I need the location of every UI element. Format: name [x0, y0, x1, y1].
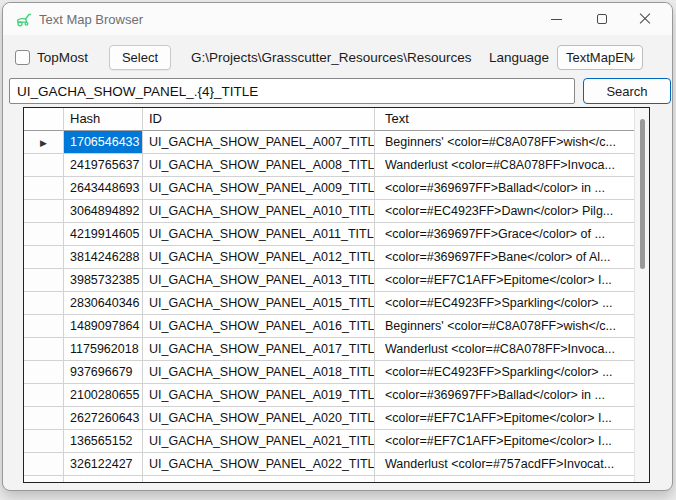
row-header-cell[interactable] [24, 292, 64, 315]
row-header-cell[interactable] [24, 476, 64, 483]
hash-cell[interactable]: 937696679 [64, 361, 143, 384]
row-header-cell[interactable] [24, 177, 64, 200]
id-cell[interactable]: UI_GACHA_SHOW_PANEL_A008_TITLE [143, 154, 375, 177]
vertical-scrollbar[interactable] [634, 108, 649, 482]
text-cell[interactable] [375, 476, 634, 483]
column-header-hash[interactable]: Hash [64, 108, 143, 131]
id-cell[interactable] [143, 476, 375, 483]
text-cell[interactable]: Wanderlust <color=#C8A078FF>Invoca... [375, 154, 634, 177]
id-cell[interactable]: UI_GACHA_SHOW_PANEL_A017_TITLE [143, 338, 375, 361]
hash-cell[interactable]: 1706546433 [64, 131, 143, 154]
row-header-cell[interactable] [24, 200, 64, 223]
row-header-cell[interactable] [24, 407, 64, 430]
text-cell[interactable]: <color=#369697FF>Ballad</color> in ... [375, 177, 634, 200]
close-button[interactable] [622, 4, 667, 34]
hash-cell[interactable]: 1489097864 [64, 315, 143, 338]
table-row[interactable]: 1489097864UI_GACHA_SHOW_PANEL_A016_TITLE… [24, 315, 634, 338]
table-row[interactable]: 2419765637UI_GACHA_SHOW_PANEL_A008_TITLE… [24, 154, 634, 177]
id-cell[interactable]: UI_GACHA_SHOW_PANEL_A007_TITLE [143, 131, 375, 154]
table-row[interactable]: ▶1706546433UI_GACHA_SHOW_PANEL_A007_TITL… [24, 131, 634, 154]
hash-cell[interactable]: 1175962018 [64, 338, 143, 361]
hash-cell[interactable]: 3814246288 [64, 246, 143, 269]
text-cell[interactable]: <color=#369697FF>Ballad</color> in ... [375, 384, 634, 407]
id-cell[interactable]: UI_GACHA_SHOW_PANEL_A020_TITLE [143, 407, 375, 430]
hash-cell[interactable]: 2419765637 [64, 154, 143, 177]
text-cell[interactable]: <color=#369697FF>Grace</color> of ... [375, 223, 634, 246]
text-cell[interactable]: Beginners' <color=#C8A078FF>wish</c... [375, 131, 634, 154]
id-cell[interactable]: UI_GACHA_SHOW_PANEL_A018_TITLE [143, 361, 375, 384]
table-row[interactable]: 3985732385UI_GACHA_SHOW_PANEL_A013_TITLE… [24, 269, 634, 292]
text-cell[interactable]: <color=#EF7C1AFF>Epitome</color> I... [375, 407, 634, 430]
id-cell[interactable]: UI_GACHA_SHOW_PANEL_A019_TITLE [143, 384, 375, 407]
search-button[interactable]: Search [583, 78, 671, 104]
row-header-cell[interactable] [24, 361, 64, 384]
table-row[interactable]: 3814246288UI_GACHA_SHOW_PANEL_A012_TITLE… [24, 246, 634, 269]
table-row[interactable]: 2627260643UI_GACHA_SHOW_PANEL_A020_TITLE… [24, 407, 634, 430]
hash-cell[interactable]: 3985732385 [64, 269, 143, 292]
row-header-cell[interactable] [24, 338, 64, 361]
language-label: Language [489, 50, 549, 65]
topmost-label: TopMost [37, 50, 88, 65]
column-header-text[interactable]: Text [375, 108, 634, 131]
text-cell[interactable]: <color=#EF7C1AFF>Epitome</color> I... [375, 430, 634, 453]
scrollbar-thumb[interactable] [640, 119, 645, 269]
id-cell[interactable]: UI_GACHA_SHOW_PANEL_A021_TITLE [143, 430, 375, 453]
corner-header-cell[interactable] [24, 108, 64, 131]
search-input[interactable] [9, 78, 575, 104]
title-bar[interactable]: Text Map Browser [3, 3, 672, 35]
hash-cell[interactable]: 2100280655 [64, 384, 143, 407]
row-header-cell[interactable]: ▶ [24, 131, 64, 154]
hash-cell[interactable]: 2830640346 [64, 292, 143, 315]
text-cell[interactable]: Wanderlust <color=#C8A078FF>Invoca... [375, 338, 634, 361]
text-cell[interactable]: Wanderlust <color=#757acdFF>Invocat... [375, 453, 634, 476]
results-table: Hash ID Text ▶1706546433UI_GACHA_SHOW_PA… [23, 107, 650, 483]
table-row[interactable]: 136565152UI_GACHA_SHOW_PANEL_A021_TITLE<… [24, 430, 634, 453]
row-header-cell[interactable] [24, 223, 64, 246]
row-header-cell[interactable] [24, 430, 64, 453]
hash-cell[interactable]: 2627260643 [64, 407, 143, 430]
id-cell[interactable]: UI_GACHA_SHOW_PANEL_A010_TITLE [143, 200, 375, 223]
hash-cell[interactable]: 4219914605 [64, 223, 143, 246]
table-row[interactable]: 4219914605UI_GACHA_SHOW_PANEL_A011_TITLE… [24, 223, 634, 246]
hash-cell[interactable]: 3064894892 [64, 200, 143, 223]
row-header-cell[interactable] [24, 246, 64, 269]
text-cell[interactable]: Beginners' <color=#C8A078FF>wish</c... [375, 315, 634, 338]
hash-cell[interactable] [64, 476, 143, 483]
language-dropdown[interactable]: TextMapEN [557, 45, 643, 70]
row-header-cell[interactable] [24, 384, 64, 407]
table-row-partial[interactable] [24, 476, 634, 483]
id-cell[interactable]: UI_GACHA_SHOW_PANEL_A011_TITLE [143, 223, 375, 246]
row-header-cell[interactable] [24, 269, 64, 292]
text-cell[interactable]: <color=#369697FF>Bane</color> of Al... [375, 246, 634, 269]
row-header-cell[interactable] [24, 154, 64, 177]
id-cell[interactable]: UI_GACHA_SHOW_PANEL_A022_TITLE [143, 453, 375, 476]
row-header-cell[interactable] [24, 453, 64, 476]
hash-cell[interactable]: 2643448693 [64, 177, 143, 200]
text-cell[interactable]: <color=#EC4923FF>Sparkling</color> ... [375, 292, 634, 315]
table-row[interactable]: 937696679UI_GACHA_SHOW_PANEL_A018_TITLE<… [24, 361, 634, 384]
text-cell[interactable]: <color=#EC4923FF>Dawn</color> Pilg... [375, 200, 634, 223]
table-row[interactable]: 2100280655UI_GACHA_SHOW_PANEL_A019_TITLE… [24, 384, 634, 407]
minimize-button[interactable] [534, 4, 579, 34]
maximize-button[interactable] [579, 4, 624, 34]
id-cell[interactable]: UI_GACHA_SHOW_PANEL_A009_TITLE [143, 177, 375, 200]
id-cell[interactable]: UI_GACHA_SHOW_PANEL_A012_TITLE [143, 246, 375, 269]
text-cell[interactable]: <color=#EC4923FF>Sparkling</color> ... [375, 361, 634, 384]
topmost-checkbox[interactable] [15, 50, 30, 65]
hash-cell[interactable]: 136565152 [64, 430, 143, 453]
column-header-id[interactable]: ID [143, 108, 375, 131]
row-header-cell[interactable] [24, 315, 64, 338]
table-row[interactable]: 2830640346UI_GACHA_SHOW_PANEL_A015_TITLE… [24, 292, 634, 315]
id-cell[interactable]: UI_GACHA_SHOW_PANEL_A016_TITLE [143, 315, 375, 338]
hash-cell[interactable]: 326122427 [64, 453, 143, 476]
id-cell[interactable]: UI_GACHA_SHOW_PANEL_A013_TITLE [143, 269, 375, 292]
id-cell[interactable]: UI_GACHA_SHOW_PANEL_A015_TITLE [143, 292, 375, 315]
table-row[interactable]: 3064894892UI_GACHA_SHOW_PANEL_A010_TITLE… [24, 200, 634, 223]
select-button[interactable]: Select [109, 45, 171, 70]
maximize-icon [597, 14, 607, 24]
table-row[interactable]: 2643448693UI_GACHA_SHOW_PANEL_A009_TITLE… [24, 177, 634, 200]
table-row[interactable]: 326122427UI_GACHA_SHOW_PANEL_A022_TITLEW… [24, 453, 634, 476]
text-cell[interactable]: <color=#EF7C1AFF>Epitome</color> I... [375, 269, 634, 292]
table-row[interactable]: 1175962018UI_GACHA_SHOW_PANEL_A017_TITLE… [24, 338, 634, 361]
grasscutter-app-icon [15, 11, 32, 28]
